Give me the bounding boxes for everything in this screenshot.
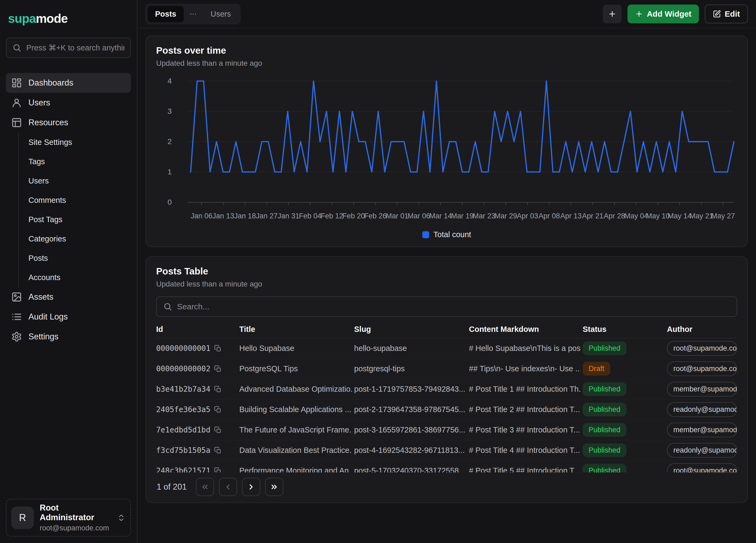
x-tick-label: Apr 13 bbox=[560, 212, 582, 220]
author-link[interactable]: readonly@supamode.com bbox=[667, 402, 737, 417]
sidebar-item-assets[interactable]: Assets bbox=[6, 287, 131, 307]
app-logo: supamode bbox=[6, 8, 131, 26]
author-link[interactable]: root@supamode.com bbox=[667, 463, 737, 472]
x-tick-label: Apr 08 bbox=[539, 212, 560, 220]
copy-icon[interactable] bbox=[214, 365, 222, 373]
plus-icon bbox=[635, 10, 643, 18]
legend-label: Total count bbox=[434, 230, 471, 239]
gear-icon bbox=[11, 331, 22, 342]
y-tick-label: 0 bbox=[167, 198, 172, 207]
chart-legend: Total count bbox=[156, 230, 737, 239]
sidebar-subitem-posts[interactable]: Posts bbox=[19, 248, 131, 268]
table-row[interactable]: f3cd75b1505a Data Visualization Best Pra… bbox=[156, 440, 737, 461]
x-tick-label: Apr 03 bbox=[517, 212, 538, 220]
table-row[interactable]: 000000000002 PostgreSQL Tips postgresql-… bbox=[156, 359, 737, 379]
author-link[interactable]: member@supamode.com bbox=[667, 382, 737, 397]
chart-y-axis: 01234 bbox=[156, 77, 177, 208]
tab-overflow[interactable]: ⋯ bbox=[185, 6, 201, 22]
author-link[interactable]: root@supamode.com bbox=[667, 361, 737, 376]
sidebar-subitem-categories[interactable]: Categories bbox=[19, 229, 131, 248]
table-row[interactable]: 7e1edbd5d1bd The Future of JavaScript Fr… bbox=[156, 420, 737, 440]
chart-x-axis: Jan 06Jan 13Jan 18Jan 27Jan 31Feb 04Feb … bbox=[177, 211, 737, 223]
author-link[interactable]: root@supamode.com bbox=[667, 341, 737, 356]
status-badge: Published bbox=[583, 342, 626, 355]
copy-icon[interactable] bbox=[214, 386, 222, 393]
pagination-first-button[interactable] bbox=[196, 478, 214, 496]
row-title: Data Visualization Best Practice... bbox=[239, 446, 352, 455]
sidebar-item-audit-logs[interactable]: Audit Logs bbox=[6, 307, 131, 327]
pagination-next-button[interactable] bbox=[242, 478, 260, 496]
table-row[interactable]: 000000000001 Hello Supabase hello-supaba… bbox=[156, 338, 737, 359]
x-tick-label: Mar 23 bbox=[473, 212, 495, 220]
sidebar-subitem-site-settings[interactable]: Site Settings bbox=[19, 133, 131, 152]
row-content: ## Tips\n- Use indexes\n- Use ... bbox=[469, 364, 581, 373]
status-badge: Published bbox=[583, 443, 626, 457]
sidebar-subitem-comments[interactable]: Comments bbox=[19, 190, 131, 210]
table-search-input[interactable] bbox=[177, 302, 730, 311]
copy-icon[interactable] bbox=[214, 345, 222, 352]
sidebar-subitem-users[interactable]: Users bbox=[19, 171, 131, 190]
topbar: Posts ⋯ Users Add Widget Edit bbox=[137, 0, 756, 28]
sidebar-subitem-post-tags[interactable]: Post Tags bbox=[19, 210, 131, 229]
copy-icon[interactable] bbox=[214, 426, 222, 434]
table-row[interactable]: 2405fe36e3a5 Building Scalable Applicati… bbox=[156, 399, 737, 420]
row-slug: postgresql-tips bbox=[354, 364, 467, 373]
row-id: 7e1edbd5d1bd bbox=[156, 425, 210, 434]
x-tick-label: Jan 31 bbox=[278, 212, 299, 220]
sidebar-item-users[interactable]: Users bbox=[6, 93, 131, 113]
user-icon bbox=[11, 97, 22, 108]
x-tick-label: Apr 28 bbox=[604, 212, 625, 220]
x-tick-label: May 27 bbox=[711, 212, 735, 220]
resources-subnav: Site Settings Tags Users Comments Post T… bbox=[18, 133, 131, 287]
tab-posts[interactable]: Posts bbox=[148, 6, 184, 22]
global-search[interactable] bbox=[6, 38, 131, 58]
x-tick-label: Mar 01 bbox=[386, 212, 408, 220]
table-body: 000000000001 Hello Supabase hello-supaba… bbox=[156, 338, 737, 472]
sidebar-subitem-tags[interactable]: Tags bbox=[19, 152, 131, 171]
global-search-input[interactable] bbox=[26, 43, 124, 52]
sidebar-item-settings[interactable]: Settings bbox=[6, 327, 131, 347]
row-slug: post-2-1739647358-97867545... bbox=[354, 405, 467, 414]
posts-over-time-card: Posts over time Updated less than a minu… bbox=[145, 35, 748, 247]
chevron-left-icon bbox=[224, 483, 232, 491]
sidebar-nav: Dashboards Users Resources Site Settings… bbox=[6, 73, 131, 347]
row-id: f3cd75b1505a bbox=[156, 446, 210, 455]
status-badge: Published bbox=[583, 464, 626, 472]
table-row[interactable]: b3e41b2b7a34 Advanced Database Optimizat… bbox=[156, 379, 737, 399]
list-icon bbox=[11, 311, 22, 322]
row-slug: hello-supabase bbox=[354, 344, 467, 353]
author-link[interactable]: member@supamode.com bbox=[667, 423, 737, 437]
x-tick-label: Feb 26 bbox=[364, 212, 387, 220]
user-menu[interactable]: R Root Administrator root@supamode.com bbox=[6, 499, 131, 537]
x-tick-label: Mar 14 bbox=[429, 212, 452, 220]
copy-icon[interactable] bbox=[214, 467, 222, 473]
sidebar-item-resources[interactable]: Resources bbox=[6, 113, 131, 133]
row-title: Hello Supabase bbox=[239, 344, 352, 353]
add-widget-button[interactable]: Add Widget bbox=[627, 5, 699, 23]
pagination-label: 1 of 201 bbox=[157, 482, 187, 492]
tab-users[interactable]: Users bbox=[203, 6, 238, 22]
chart-title: Posts over time bbox=[156, 45, 737, 56]
pagination-prev-button[interactable] bbox=[219, 478, 237, 496]
status-badge: Published bbox=[583, 403, 626, 416]
sidebar-subitem-accounts[interactable]: Accounts bbox=[19, 268, 131, 287]
row-slug: post-1-1719757853-79492843... bbox=[354, 385, 467, 394]
row-id: 248c3b621571 bbox=[156, 466, 210, 472]
table-search[interactable] bbox=[156, 296, 737, 317]
panels-icon bbox=[11, 117, 22, 128]
add-tab-button[interactable] bbox=[603, 5, 622, 23]
copy-icon[interactable] bbox=[214, 406, 222, 413]
col-author: Author bbox=[667, 325, 737, 334]
author-link[interactable]: readonly@supamode.com bbox=[667, 443, 737, 458]
sidebar-item-dashboards[interactable]: Dashboards bbox=[6, 73, 131, 93]
row-content: # Post Title 5 ## Introduction T... bbox=[469, 466, 581, 472]
edit-button[interactable]: Edit bbox=[705, 5, 748, 23]
sidebar-item-label: Settings bbox=[28, 332, 58, 342]
row-id: 2405fe36e3a5 bbox=[156, 405, 210, 414]
chart-plot[interactable] bbox=[177, 77, 737, 208]
copy-icon[interactable] bbox=[214, 447, 222, 454]
line-chart: 01234 Jan 06Jan 13Jan 18Jan 27Jan 31Feb … bbox=[156, 77, 737, 223]
pagination-last-button[interactable] bbox=[265, 478, 283, 496]
table-row[interactable]: 248c3b621571 Performance Monitoring and … bbox=[156, 461, 737, 472]
status-badge: Published bbox=[583, 423, 626, 437]
